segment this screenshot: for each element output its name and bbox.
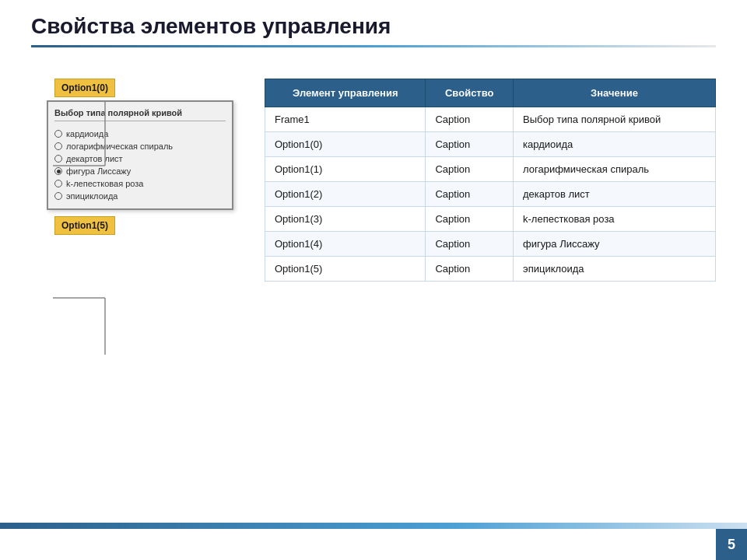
table-header-row: Элемент управления Свойство Значение (265, 79, 716, 107)
radio-item-1: логарифмическая спираль (54, 140, 226, 152)
table-cell-property: Caption (426, 157, 514, 182)
col-header-element: Элемент управления (265, 79, 426, 107)
radio-label-5: эпициклоида (66, 191, 117, 201)
radio-circle-4 (54, 180, 62, 187)
radio-item-5: эпициклоида (54, 190, 226, 202)
table-row: Option1(1)Captionлогарифмическая спираль (265, 157, 716, 182)
radio-label-3: фигура Лиссажу (66, 166, 131, 176)
table-cell-property: Caption (426, 182, 514, 207)
table-row: Frame1CaptionВыбор типа полярной кривой (265, 107, 716, 132)
table-row: Option1(0)Captionкардиоида (265, 132, 716, 157)
col-header-property: Свойство (426, 79, 514, 107)
table-body: Frame1CaptionВыбор типа полярной кривойO… (265, 107, 716, 282)
table-cell-property: Caption (426, 207, 514, 232)
header-divider (31, 45, 716, 47)
left-panel: Option1(0) Выбор типа полярной кривой ка… (31, 79, 241, 235)
footer: 5 (0, 529, 747, 560)
mockup-title: Выбор типа полярной кривой (54, 108, 226, 121)
radio-label-2: декартов лист (66, 154, 123, 163)
table-cell-property: Caption (426, 107, 514, 132)
radio-item-3: фигура Лиссажу (54, 165, 226, 177)
bottom-bar (0, 523, 747, 529)
table-cell-element: Option1(0) (265, 132, 426, 157)
table-cell-element: Frame1 (265, 107, 426, 132)
table-cell-element: Option1(5) (265, 257, 426, 282)
table-cell-value: k-лепестковая роза (514, 207, 716, 232)
properties-table: Элемент управления Свойство Значение Fra… (265, 79, 716, 282)
radio-circle-0 (54, 130, 62, 138)
main-content: Option1(0) Выбор типа полярной кривой ка… (0, 55, 747, 297)
radio-circle-2 (54, 155, 62, 163)
col-header-value: Значение (514, 79, 716, 107)
table-cell-element: Option1(4) (265, 232, 426, 257)
table-cell-element: Option1(2) (265, 182, 426, 207)
table-cell-value: фигура Лиссажу (514, 232, 716, 257)
table-row: Option1(2)Captionдекартов лист (265, 182, 716, 207)
radio-item-4: k-лепестковая роза (54, 177, 226, 190)
table-cell-value: логарифмическая спираль (514, 157, 716, 182)
annotation-bottom: Option1(5) (54, 216, 115, 235)
table-cell-property: Caption (426, 132, 514, 157)
table-cell-property: Caption (426, 257, 514, 282)
right-panel: Элемент управления Свойство Значение Fra… (265, 79, 716, 282)
radio-label-0: кардиоида (66, 129, 108, 138)
radio-label-4: k-лепестковая роза (66, 179, 144, 188)
table-cell-property: Caption (426, 232, 514, 257)
table-row: Option1(5)Captionэпициклоида (265, 257, 716, 282)
page-title: Свойства элементов управления (31, 14, 716, 39)
radio-item-0: кардиоида (54, 128, 226, 140)
ui-mockup: Выбор типа полярной кривой кардиоида лог… (47, 100, 233, 210)
table-cell-value: кардиоида (514, 132, 716, 157)
table-cell-value: эпициклоида (514, 257, 716, 282)
radio-circle-3 (54, 167, 62, 175)
radio-circle-5 (54, 192, 62, 200)
table-cell-value: Выбор типа полярной кривой (514, 107, 716, 132)
radio-label-1: логарифмическая спираль (66, 142, 173, 151)
annotation-top: Option1(0) (54, 79, 115, 97)
table-cell-value: декартов лист (514, 182, 716, 207)
table-cell-element: Option1(3) (265, 207, 426, 232)
radio-circle-1 (54, 142, 62, 150)
table-cell-element: Option1(1) (265, 157, 426, 182)
table-row: Option1(3)Captionk-лепестковая роза (265, 207, 716, 232)
radio-item-2: декартов лист (54, 152, 226, 165)
table-row: Option1(4)Captionфигура Лиссажу (265, 232, 716, 257)
header: Свойства элементов управления (0, 0, 747, 55)
page-number: 5 (716, 529, 747, 560)
